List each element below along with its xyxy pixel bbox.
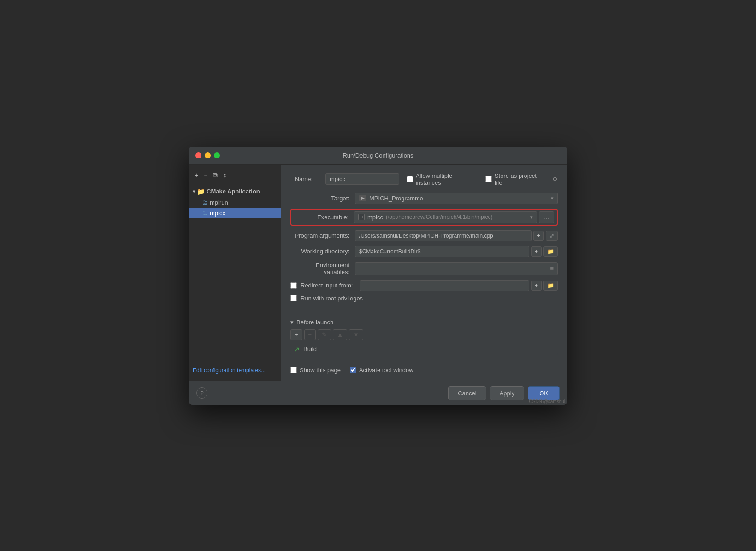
program-args-input[interactable] xyxy=(355,230,532,241)
sidebar-item-mpicc-label: mpicc xyxy=(210,210,225,217)
redirect-input-group: + 📁 xyxy=(360,280,558,291)
before-launch-add-button[interactable]: + xyxy=(290,329,302,340)
working-dir-label: Working directory: xyxy=(290,248,355,255)
build-item: ↗ Build xyxy=(290,344,558,355)
traffic-lights xyxy=(195,152,220,158)
redirect-browse-button[interactable]: 📁 xyxy=(543,281,558,291)
program-args-row: Program arguments: + ⤢ xyxy=(290,230,558,241)
sidebar-item-mpicc[interactable]: 🗂 mpicc xyxy=(189,208,281,218)
run-root-label: Run with root privileges xyxy=(301,295,363,302)
watermark: CSDN @samshui xyxy=(529,399,565,404)
copy-config-button[interactable]: ⧉ xyxy=(211,170,219,180)
allow-multiple-label: Allow multiple instances xyxy=(416,172,478,186)
target-label: Target: xyxy=(290,195,355,202)
cmake-application-header[interactable]: ▾ 📁 CMake Application xyxy=(189,186,281,197)
chevron-down-icon: ▾ xyxy=(193,189,195,194)
redirect-input-checkbox[interactable] xyxy=(290,282,297,289)
program-args-expand-button[interactable]: ⤢ xyxy=(546,231,558,241)
name-label: Name: xyxy=(290,176,318,182)
sidebar-item-mpirun[interactable]: 🗂 mpirun xyxy=(189,197,281,208)
allow-multiple-checkbox[interactable] xyxy=(407,176,413,182)
before-launch-toolbar: + − ✎ ▲ ▼ xyxy=(290,329,558,340)
exe-file-icon: □ xyxy=(358,214,365,220)
before-launch-remove-button[interactable]: − xyxy=(304,329,316,340)
config-file-icon-active: 🗂 xyxy=(202,210,208,217)
before-launch-down-button[interactable]: ▼ xyxy=(349,329,363,340)
ok-button[interactable]: OK xyxy=(528,386,560,400)
env-vars-label: Environment variables: xyxy=(290,262,355,276)
target-select-left: ▶ MPICH_Programme xyxy=(359,195,423,202)
executable-row: Executable: □ mpicc (/opt/homebrew/Cella… xyxy=(290,209,558,226)
working-dir-input[interactable] xyxy=(355,246,529,257)
name-input[interactable] xyxy=(325,173,399,185)
show-page-label: Show this page xyxy=(300,367,341,374)
name-row: Name: Allow multiple instances Store as … xyxy=(290,172,558,186)
before-launch-label: Before launch xyxy=(296,319,333,326)
before-launch-edit-button[interactable]: ✎ xyxy=(318,329,331,340)
exe-dropdown-arrow: ▾ xyxy=(530,214,533,220)
sidebar-footer: Edit configuration templates... xyxy=(189,363,281,377)
before-launch-header[interactable]: ▾ Before launch xyxy=(290,319,558,326)
footer-left: ? xyxy=(196,387,207,399)
working-dir-browse-button[interactable]: 📁 xyxy=(543,246,558,257)
redirect-input-label: Redirect input from: xyxy=(301,282,353,289)
run-debug-dialog: Run/Debug Configurations + − ⧉ ↕ ▾ 📁 CMa… xyxy=(189,147,567,405)
store-project-label: Store as project file xyxy=(495,172,545,186)
program-args-add-button[interactable]: + xyxy=(533,231,544,241)
footer-right: Cancel Apply OK xyxy=(448,386,560,400)
gear-icon[interactable]: ⚙ xyxy=(552,176,558,182)
env-vars-row: Environment variables: ≡ xyxy=(290,262,558,276)
maximize-button[interactable] xyxy=(214,152,220,158)
bottom-options: Show this page Activate tool window xyxy=(290,367,558,374)
working-dir-add-button[interactable]: + xyxy=(531,246,542,257)
env-edit-icon[interactable]: ≡ xyxy=(550,265,554,272)
config-file-icon: 🗂 xyxy=(202,199,208,206)
executable-name: mpicc xyxy=(367,214,383,221)
folder-icon: 📁 xyxy=(197,188,205,195)
footer: ? Cancel Apply OK CSDN @samshui xyxy=(189,381,567,405)
store-project-checkbox[interactable] xyxy=(485,176,492,182)
redirect-add-button[interactable]: + xyxy=(531,281,542,291)
help-button[interactable]: ? xyxy=(196,387,207,399)
program-args-input-group: + ⤢ xyxy=(355,230,558,241)
sidebar: + − ⧉ ↕ ▾ 📁 CMake Application 🗂 mpirun 🗂… xyxy=(189,165,281,381)
cmake-application-group: ▾ 📁 CMake Application 🗂 mpirun 🗂 mpicc xyxy=(189,186,281,218)
checkbox-group: Allow multiple instances Store as projec… xyxy=(407,172,558,186)
remove-config-button[interactable]: − xyxy=(202,170,209,180)
executable-label: Executable: xyxy=(294,214,354,221)
edit-templates-link[interactable]: Edit configuration templates... xyxy=(193,367,266,374)
target-select[interactable]: ▶ MPICH_Programme ▾ xyxy=(355,193,558,204)
target-file-icon: ▶ xyxy=(359,195,366,201)
run-root-checkbox[interactable] xyxy=(290,295,297,301)
dialog-body: + − ⧉ ↕ ▾ 📁 CMake Application 🗂 mpirun 🗂… xyxy=(189,165,567,381)
show-page-checkbox[interactable] xyxy=(290,367,297,373)
target-value: MPICH_Programme xyxy=(369,195,423,202)
sidebar-toolbar: + − ⧉ ↕ xyxy=(189,169,281,184)
show-page-checkbox-item[interactable]: Show this page xyxy=(290,367,341,374)
divider xyxy=(290,314,558,314)
env-vars-input[interactable]: ≡ xyxy=(355,262,558,275)
close-button[interactable] xyxy=(195,152,201,158)
before-launch-up-button[interactable]: ▲ xyxy=(333,329,347,340)
apply-button[interactable]: Apply xyxy=(490,386,525,400)
executable-text: □ mpicc (/opt/homebrew/Cellar/mpich/4.1/… xyxy=(358,214,492,221)
activate-window-checkbox-item[interactable]: Activate tool window xyxy=(350,367,413,374)
activate-window-checkbox[interactable] xyxy=(350,367,356,373)
dialog-title: Run/Debug Configurations xyxy=(343,152,413,159)
main-panel: Name: Allow multiple instances Store as … xyxy=(281,165,567,381)
cancel-button[interactable]: Cancel xyxy=(448,386,486,400)
build-arrow-icon: ↗ xyxy=(294,346,300,353)
sort-config-button[interactable]: ↕ xyxy=(221,170,228,180)
add-config-button[interactable]: + xyxy=(193,170,200,180)
executable-path: (/opt/homebrew/Cellar/mpich/4.1/bin/mpic… xyxy=(386,214,492,220)
store-project-checkbox-item[interactable]: Store as project file xyxy=(485,172,545,186)
before-launch-chevron-icon: ▾ xyxy=(290,319,294,326)
minimize-button[interactable] xyxy=(205,152,211,158)
working-dir-row: Working directory: + 📁 xyxy=(290,246,558,257)
redirect-input-field[interactable] xyxy=(360,280,529,291)
program-args-label: Program arguments: xyxy=(290,232,355,239)
executable-select[interactable]: □ mpicc (/opt/homebrew/Cellar/mpich/4.1/… xyxy=(354,211,537,223)
allow-multiple-checkbox-item[interactable]: Allow multiple instances xyxy=(407,172,478,186)
executable-browse-button[interactable]: ... xyxy=(539,211,554,223)
redirect-input-row: Redirect input from: + 📁 xyxy=(290,280,558,291)
